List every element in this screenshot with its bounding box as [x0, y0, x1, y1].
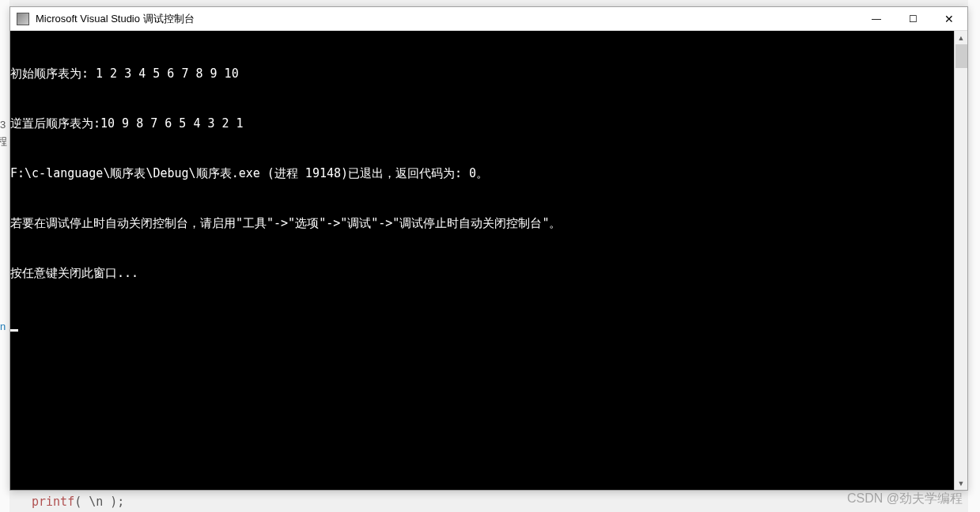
close-button[interactable]: ✕ — [931, 7, 967, 31]
vertical-scrollbar[interactable]: ▲ ▼ — [954, 31, 967, 490]
background-editor-right-strip — [968, 0, 980, 512]
window-title: Microsoft Visual Studio 调试控制台 — [36, 12, 195, 26]
scroll-down-button[interactable]: ▼ — [955, 476, 967, 490]
title-bar-left: Microsoft Visual Studio 调试控制台 — [17, 12, 195, 26]
window-controls: — ☐ ✕ — [858, 7, 967, 30]
app-icon — [17, 13, 29, 25]
cursor-icon — [10, 329, 18, 332]
console-line: F:\c-language\顺序表\Debug\顺序表.exe (进程 1914… — [10, 165, 967, 182]
bg-char-2: 程 — [0, 135, 7, 149]
bg-char-3: n — [0, 320, 6, 332]
console-line: 逆置后顺序表为:10 9 8 7 6 5 4 3 2 1 — [10, 116, 967, 132]
console-line: 初始顺序表为: 1 2 3 4 5 6 7 8 9 10 — [10, 66, 967, 82]
console-output[interactable]: 初始顺序表为: 1 2 3 4 5 6 7 8 9 10 逆置后顺序表为:10 … — [10, 31, 967, 490]
code-rest: ( \n ); — [74, 495, 124, 509]
console-line: 按任意键关闭此窗口... — [10, 265, 967, 282]
console-cursor-line — [10, 315, 967, 332]
background-editor-left-strip: 3 程 n — [0, 0, 9, 512]
console-window: Microsoft Visual Studio 调试控制台 — ☐ ✕ 初始顺序… — [9, 6, 968, 491]
scroll-up-button[interactable]: ▲ — [955, 31, 967, 44]
minimize-button[interactable]: — — [858, 7, 895, 31]
bg-char-1: 3 — [0, 119, 6, 131]
title-bar[interactable]: Microsoft Visual Studio 调试控制台 — ☐ ✕ — [10, 7, 967, 31]
watermark-text: CSDN @劲夫学编程 — [847, 491, 963, 507]
console-line: 若要在调试停止时自动关闭控制台，请启用"工具"->"选项"->"调试"->"调试… — [10, 215, 967, 232]
scroll-thumb[interactable] — [955, 44, 967, 68]
maximize-button[interactable]: ☐ — [895, 7, 931, 31]
code-keyword: printf — [32, 495, 74, 509]
background-code-fragment: printf( \n ); — [32, 495, 124, 509]
